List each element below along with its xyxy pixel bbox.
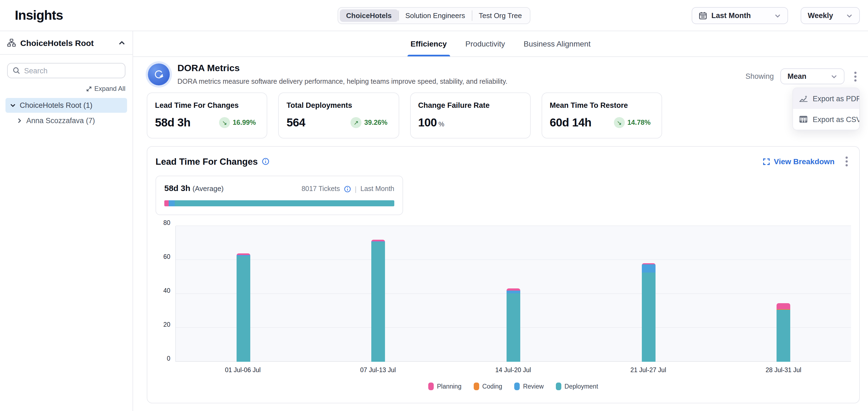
period-select[interactable]: Last Month xyxy=(692,7,788,24)
chevron-down-icon xyxy=(831,73,837,80)
lead-time-chart: 020406080 xyxy=(156,226,851,362)
legend-label: Planning xyxy=(437,383,462,390)
stacked-bar[interactable] xyxy=(642,263,655,362)
chart-y-axis: 020406080 xyxy=(156,226,175,362)
sidebar-search[interactable] xyxy=(7,63,125,78)
bar-segment-deployment xyxy=(642,273,655,362)
y-tick-label: 0 xyxy=(167,355,170,362)
tree-item-label: ChoiceHotels Root (1) xyxy=(20,101,93,109)
main-panel: Efficiency Productivity Business Alignme… xyxy=(133,31,868,411)
trend-down-icon: ↘ xyxy=(614,117,625,128)
card-lead-time-for-changes: Lead Time For Changes 58d 3h ↘ 16.99% xyxy=(147,93,268,138)
showing-label: Showing xyxy=(745,72,774,80)
search-icon xyxy=(12,67,20,74)
x-tick-label: 14 Jul-20 Jul xyxy=(445,367,581,373)
legend-label: Review xyxy=(523,383,544,390)
org-tab-test-org-tree[interactable]: Test Org Tree xyxy=(472,9,528,22)
summary-value: 58d 3h xyxy=(164,183,190,193)
bar-segment-deployment xyxy=(777,310,790,362)
bar-segment-deployment xyxy=(372,242,385,362)
legend-item-planning[interactable]: Planning xyxy=(428,382,462,390)
export-pdf-menu-item[interactable]: Export as PDF xyxy=(793,88,859,109)
dora-kebab-menu-button[interactable] xyxy=(851,69,860,83)
delta-badge: ↗ 39.26% xyxy=(350,117,388,128)
tab-efficiency[interactable]: Efficiency xyxy=(410,31,446,56)
bar-column xyxy=(716,226,851,362)
bar-column xyxy=(176,226,311,362)
y-tick-label: 20 xyxy=(163,321,170,328)
bar-segment-planning xyxy=(506,288,520,290)
bar-segment-planning xyxy=(237,253,250,255)
insights-page: Insights ChoiceHotels Solution Engineers… xyxy=(0,0,868,411)
bar-column xyxy=(581,226,716,362)
aggregation-select-value: Mean xyxy=(787,72,806,80)
x-tick-label: 28 Jul-31 Jul xyxy=(716,367,851,373)
expand-diagonal-icon xyxy=(86,85,92,92)
card-value: 60d 14h xyxy=(550,116,591,129)
summary-period: Last Month xyxy=(360,185,394,193)
org-tab-choicehotels[interactable]: ChoiceHotels xyxy=(340,9,398,22)
dora-cycle-icon xyxy=(148,64,170,85)
org-segmented-control: ChoiceHotels Solution Engineers Test Org… xyxy=(337,7,531,24)
card-value: 58d 3h xyxy=(155,116,190,129)
stacked-bar[interactable] xyxy=(506,288,520,362)
bar-segment-review xyxy=(642,264,655,273)
delta-percent: 14.78% xyxy=(627,119,651,127)
table-icon xyxy=(799,115,808,124)
y-tick-label: 80 xyxy=(163,219,170,226)
legend-label: Coding xyxy=(482,383,502,390)
view-breakdown-button[interactable]: View Breakdown xyxy=(763,157,835,166)
chevron-down-icon[interactable] xyxy=(10,102,16,108)
expand-corners-icon xyxy=(763,158,770,165)
chevron-up-icon[interactable] xyxy=(118,39,125,46)
period-select-value: Last Month xyxy=(711,11,751,20)
tree-item-root[interactable]: ChoiceHotels Root (1) xyxy=(5,98,127,113)
legend-item-coding[interactable]: Coding xyxy=(473,382,502,390)
info-icon[interactable] xyxy=(344,185,351,192)
chart-bars xyxy=(176,226,851,362)
stacked-bar[interactable] xyxy=(237,253,250,362)
search-input[interactable] xyxy=(24,67,120,75)
x-tick-label: 07 Jul-13 Jul xyxy=(311,367,446,373)
aggregation-select[interactable]: Mean xyxy=(780,68,844,84)
delta-percent: 16.99% xyxy=(233,119,256,127)
x-tick-label: 01 Jul-06 Jul xyxy=(175,367,311,373)
delta-badge: ↘ 16.99% xyxy=(219,117,256,128)
export-csv-menu-item[interactable]: Export as CSV xyxy=(793,109,859,130)
stacked-bar[interactable] xyxy=(777,303,790,362)
chart-plot xyxy=(175,226,851,362)
granularity-select[interactable]: Weekly xyxy=(801,7,860,24)
tab-business-alignment[interactable]: Business Alignment xyxy=(524,31,590,56)
legend-item-deployment[interactable]: Deployment xyxy=(556,382,598,390)
expand-all-button[interactable]: Expand All xyxy=(0,85,125,93)
export-csv-label: Export as CSV xyxy=(813,115,860,124)
org-tree-sidebar: ChoiceHotels Root Expand All xyxy=(0,31,133,411)
stacked-bar[interactable] xyxy=(372,240,385,362)
mini-stack-segment-planning xyxy=(164,200,169,206)
org-tab-solution-engineers[interactable]: Solution Engineers xyxy=(399,9,471,22)
tab-productivity[interactable]: Productivity xyxy=(465,31,505,56)
trend-up-icon: ↗ xyxy=(350,117,362,128)
average-summary-card: 58d 3h(Average) 8017 Tickets | Last Mont… xyxy=(156,176,403,215)
trend-down-icon: ↘ xyxy=(219,117,230,128)
legend-swatch xyxy=(473,382,479,390)
bar-segment-deployment xyxy=(506,293,520,362)
bar-segment-deployment xyxy=(237,256,250,362)
phase-mini-stack-bar xyxy=(164,200,394,206)
section-kebab-menu-button[interactable] xyxy=(842,154,851,169)
bar-column xyxy=(311,226,446,362)
tree-item-anna-scozzafava[interactable]: Anna Scozzafava (7) xyxy=(12,113,127,128)
export-menu: Export as PDF Export as CSV xyxy=(793,88,860,130)
tickets-count: 8017 Tickets xyxy=(302,185,340,193)
legend-item-review[interactable]: Review xyxy=(514,382,544,390)
card-title: Lead Time For Changes xyxy=(155,101,259,109)
granularity-select-value: Weekly xyxy=(808,11,833,20)
info-icon[interactable] xyxy=(262,158,270,165)
top-bar: Insights ChoiceHotels Solution Engineers… xyxy=(0,0,868,31)
chevron-right-icon[interactable] xyxy=(17,118,23,124)
org-hierarchy-icon xyxy=(7,38,16,47)
expand-all-label: Expand All xyxy=(94,85,125,93)
chevron-down-icon xyxy=(846,12,852,19)
legend-swatch xyxy=(428,382,434,390)
metric-cards-row: Lead Time For Changes 58d 3h ↘ 16.99% To… xyxy=(147,93,662,138)
